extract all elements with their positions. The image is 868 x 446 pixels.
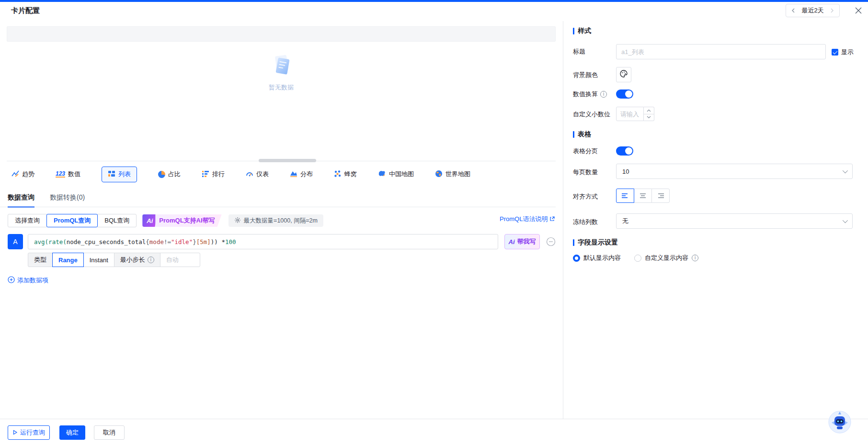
tab-china-map[interactable]: 中国地图 [378, 170, 414, 179]
style-settings-panel: 样式 标题 显示 背景颜色 数值换算 i 自定义小数位 表格 表格分页 [563, 21, 868, 419]
time-range-control[interactable]: 最近2天 [786, 4, 840, 17]
tab-honeycomb[interactable]: 蜂窝 [334, 170, 357, 179]
add-data-item-link[interactable]: 添加数据项 [8, 276, 48, 285]
promql-syntax-link[interactable]: PromQL语法说明 [500, 215, 555, 223]
select-query-button[interactable]: 选择查询 [8, 214, 47, 227]
tab-label: 世界地图 [445, 170, 470, 178]
run-query-button[interactable]: 运行查询 [8, 425, 50, 440]
close-icon[interactable] [854, 6, 863, 15]
query-toolbar: 选择查询 PromQL查询 BQL查询 Ai PromQL支持AI帮写 最大数据… [8, 214, 323, 227]
align-button-group [616, 189, 670, 203]
chevron-left-icon[interactable] [790, 8, 796, 13]
per-page-value: 10 [622, 168, 629, 175]
pagination-toggle[interactable] [616, 146, 633, 156]
tab-label: 蜂窝 [344, 170, 357, 178]
window-accent-bar [0, 0, 868, 2]
card-config-dialog: 卡片配置 最近2天 [0, 0, 868, 446]
page-title: 卡片配置 [11, 6, 40, 15]
chevron-right-icon[interactable] [829, 8, 835, 13]
tab-label: 趋势 [22, 170, 34, 178]
section-table: 表格 [573, 130, 591, 139]
external-link-icon [549, 216, 555, 223]
radio-custom-content[interactable]: 自定义显示内容 i [634, 254, 698, 262]
tab-data-query[interactable]: 数据查询 [8, 193, 34, 208]
freeze-label: 冻结列数 [573, 218, 598, 226]
resize-handle[interactable] [259, 159, 316, 162]
info-icon[interactable]: i [692, 255, 698, 261]
section-style: 样式 [573, 27, 591, 35]
info-icon[interactable]: i [148, 256, 154, 263]
title-label: 标题 [573, 47, 585, 56]
decimals-stepper [644, 107, 654, 121]
radio-default-content[interactable]: 默认显示内容 [573, 254, 621, 262]
type-range-button[interactable]: Range [52, 253, 84, 267]
min-step-input[interactable]: 自动 [160, 253, 200, 267]
align-center-button[interactable] [634, 189, 652, 203]
type-label-cell: 类型 [28, 253, 53, 267]
gauge-icon [246, 170, 253, 179]
numeric-convert-toggle[interactable] [616, 89, 633, 99]
query-limits-pill[interactable]: 最大数据量=1000, 间隔=2m [228, 214, 323, 227]
tab-world-map[interactable]: 世界地图 [435, 170, 470, 179]
tab-label: 中国地图 [389, 170, 414, 178]
tab-number[interactable]: 123 数值 [56, 170, 80, 178]
chevron-down-icon [843, 168, 848, 173]
preview-table-header-skeleton [7, 26, 556, 42]
align-left-button[interactable] [616, 189, 634, 203]
min-step-label: 最小步长 [120, 256, 145, 264]
query-badge-a: A [8, 234, 23, 249]
query-mode-group: 选择查询 PromQL查询 BQL查询 [8, 214, 137, 227]
bg-color-picker-button[interactable] [616, 67, 631, 82]
chart-type-tabs: 趋势 123 数值 列表 占比 排行 仪表 分布 蜂窝 [11, 166, 470, 183]
decimals-number-field [616, 107, 654, 121]
numeric-convert-label: 数值换算 i [573, 90, 607, 99]
chevron-down-icon [843, 218, 848, 223]
checkbox-checked-icon [832, 49, 838, 56]
list-table-icon [108, 170, 115, 179]
query-type-row: 类型 Range Instant 最小步长 i 自动 [28, 253, 200, 267]
stepper-down-icon[interactable] [644, 114, 654, 121]
ai-promql-flag[interactable]: Ai PromQL支持AI帮写 [142, 214, 221, 227]
tab-trend[interactable]: 趋势 [11, 170, 34, 179]
palette-icon [619, 69, 628, 80]
per-page-label: 每页数量 [573, 168, 598, 177]
promql-query-button[interactable]: PromQL查询 [46, 214, 98, 227]
radio-unselected-icon [634, 255, 641, 262]
decimals-label: 自定义小数位 [573, 110, 610, 119]
numeric-convert-text: 数值换算 [573, 90, 598, 99]
freeze-select[interactable]: 无 [616, 213, 853, 229]
type-instant-button[interactable]: Instant [83, 253, 114, 267]
assistant-robot-button[interactable] [828, 410, 852, 434]
pagination-label: 表格分页 [573, 147, 598, 156]
tab-rank[interactable]: 排行 [202, 170, 225, 179]
ai-help-write-button[interactable]: Ai 帮我写 [504, 234, 540, 249]
show-title-checkbox[interactable]: 显示 [832, 48, 854, 56]
decimals-input[interactable] [616, 107, 644, 121]
info-icon[interactable]: i [600, 91, 607, 98]
show-label: 显示 [841, 48, 854, 56]
title-input[interactable] [616, 44, 826, 59]
per-page-select[interactable]: 10 [616, 164, 853, 179]
cancel-button[interactable]: 取消 [94, 425, 125, 440]
tab-distribution[interactable]: 分布 [290, 170, 313, 179]
honeycomb-icon [334, 170, 342, 179]
align-right-button[interactable] [651, 189, 670, 203]
tab-label: 占比 [168, 170, 181, 178]
promql-expression-input[interactable]: avg(rate(node_cpu_seconds_total{mode!="i… [28, 234, 498, 249]
bg-color-label: 背景颜色 [573, 71, 598, 79]
radio-selected-icon [573, 255, 580, 262]
tab-data-transform[interactable]: 数据转换(0) [50, 193, 85, 208]
tab-label: 列表 [118, 170, 131, 178]
section-fields: 字段显示设置 [573, 238, 618, 247]
remove-query-icon[interactable] [546, 237, 556, 246]
min-step-cell: 最小步长 i [114, 253, 160, 267]
bql-query-button[interactable]: BQL查询 [97, 214, 137, 227]
confirm-button[interactable]: 确定 [59, 425, 85, 440]
stepper-up-icon[interactable] [644, 107, 654, 114]
tab-pie[interactable]: 占比 [158, 170, 181, 178]
tab-gauge[interactable]: 仪表 [246, 170, 269, 179]
footer-divider [0, 419, 868, 419]
tab-list-active[interactable]: 列表 [102, 167, 137, 182]
limits-text: 最大数据量=1000, 间隔=2m [244, 217, 318, 225]
play-icon [12, 429, 18, 436]
